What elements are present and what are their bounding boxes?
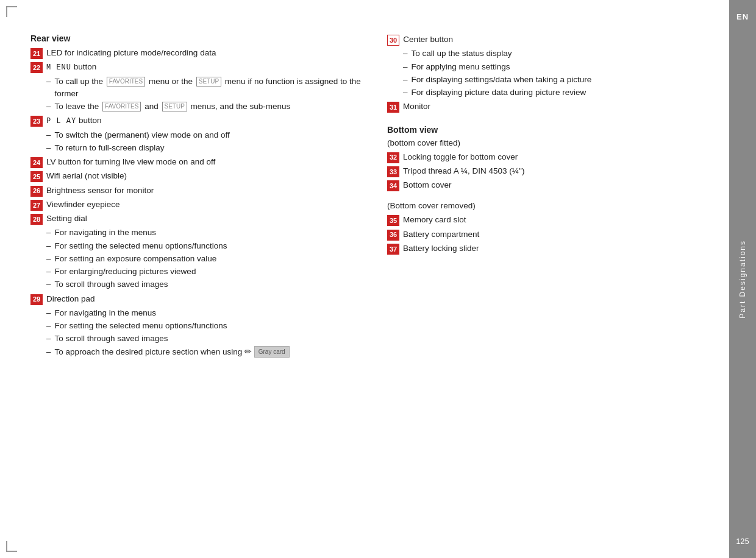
badge-32: 32 [387, 152, 399, 163]
item-29-text: Direction pad [46, 293, 363, 305]
item-34-text: Bottom cover [403, 179, 719, 191]
badge-35: 35 [387, 215, 399, 226]
list-item: 23 P L AY button – To switch the (perman… [30, 115, 363, 154]
sub-item: – For setting the selected menu options/… [46, 320, 363, 332]
list-item: 28 Setting dial – For navigating in the … [30, 213, 363, 291]
dash: – [46, 266, 51, 278]
bottom-section-title: Bottom view [387, 125, 719, 135]
sub-text: For displaying picture data during pictu… [412, 87, 587, 99]
sub-items-23: – To switch the (permanent) view mode on… [46, 129, 363, 155]
dash: – [403, 74, 408, 86]
sub-item: – For setting an exposure compensation v… [46, 253, 363, 265]
dash: – [403, 87, 408, 99]
sub-items-30: – To call up the status display – For ap… [403, 48, 719, 99]
sub-text: To call up the status display [412, 48, 512, 60]
sub-item: – To call up the FAVORITES menu or the S… [46, 76, 363, 101]
page-container: EN Part Designations 125 Rear view 21 LE… [0, 0, 756, 558]
item-32-text: Locking toggle for bottom cover [403, 151, 719, 163]
sub-text: For setting the selected menu options/fu… [55, 320, 227, 332]
main-content: Rear view 21 LED for indicating picture … [30, 34, 719, 524]
sub-item: – For displaying settings/data when taki… [403, 74, 719, 86]
bottom-view-section: Bottom view (bottom cover fitted) 32 Loc… [387, 125, 719, 192]
item-27-text: Viewfinder eyepiece [46, 199, 363, 211]
item-37-text: Battery locking slider [403, 242, 719, 255]
item-28-text: Setting dial [46, 213, 363, 225]
item-21-text: LED for indicating picture mode/recordin… [46, 47, 363, 59]
sub-text: For applying menu settings [412, 61, 510, 73]
badge-22: 22 [30, 62, 43, 73]
sub-text: For setting an exposure compensation val… [55, 253, 217, 265]
item-35-text: Memory card slot [403, 214, 719, 226]
sub-text: To scroll through saved images [55, 278, 168, 291]
sub-item: – To approach the desired picture sectio… [46, 346, 363, 358]
item-31-text: Monitor [403, 101, 719, 113]
list-item: 35 Memory card slot [387, 214, 719, 226]
dash: – [46, 101, 51, 113]
removed-subtitle: (Bottom cover removed) [387, 201, 719, 210]
item-33-text: Tripod thread A ¼, DIN 4503 (¼") [403, 165, 719, 177]
badge-27: 27 [30, 200, 43, 211]
sub-text: To switch the (permanent) view mode on a… [55, 129, 230, 141]
badge-25: 25 [30, 171, 43, 182]
badge-21: 21 [30, 48, 43, 59]
sidebar-lang: EN [736, 12, 749, 21]
left-section-title: Rear view [30, 34, 363, 43]
sub-item: – To call up the status display [403, 48, 719, 60]
dash: – [46, 76, 51, 88]
sub-text: To approach the desired picture section … [55, 346, 290, 358]
item-23-text: P L AY button [46, 115, 363, 127]
dash: – [46, 333, 51, 345]
badge-30: 30 [387, 35, 399, 46]
badge-28: 28 [30, 214, 43, 225]
badge-34: 34 [387, 180, 399, 191]
badge-23: 23 [30, 116, 43, 127]
sidebar-title: Part Designations [738, 240, 747, 319]
sub-text: For displaying settings/data when taking… [412, 74, 592, 86]
setup-badge-2: SETUP [162, 102, 187, 111]
item-36-text: Battery compartment [403, 228, 719, 241]
sub-items-22: – To call up the FAVORITES menu or the S… [46, 76, 363, 113]
list-item: 36 Battery compartment [387, 228, 719, 241]
sub-item: – To return to full-screen display [46, 142, 363, 154]
sub-item: – For displaying picture data during pic… [403, 87, 719, 99]
item-30-block: 30 Center button – To call up the status… [387, 34, 719, 99]
sub-item: – For navigating in the menus [46, 307, 363, 319]
corner-mark-tl [6, 6, 17, 17]
list-item: 34 Bottom cover [387, 179, 719, 191]
spacer [387, 115, 719, 125]
badge-33: 33 [387, 166, 399, 177]
sub-text: To leave the FAVORITES and SETUP menus, … [55, 101, 291, 113]
sub-text: To return to full-screen display [55, 142, 165, 154]
badge-37: 37 [387, 244, 399, 255]
item-22-text: M ENU button [46, 61, 363, 73]
badge-24: 24 [30, 157, 43, 168]
dash: – [46, 320, 51, 332]
list-item: 29 Direction pad – For navigating in the… [30, 293, 363, 358]
list-item: 33 Tripod thread A ¼, DIN 4503 (¼") [387, 165, 719, 177]
list-item: 27 Viewfinder eyepiece [30, 199, 363, 211]
sub-items-29: – For navigating in the menus – For sett… [46, 307, 363, 358]
badge-31: 31 [387, 102, 399, 113]
left-item-list: 21 LED for indicating picture mode/recor… [30, 47, 363, 358]
sub-text: For enlarging/reducing pictures viewed [55, 266, 196, 278]
sub-item: – For enlarging/reducing pictures viewed [46, 266, 363, 278]
sub-text: For setting the selected menu options/fu… [55, 240, 227, 252]
left-column: Rear view 21 LED for indicating picture … [30, 34, 363, 524]
sub-item: – For applying menu settings [403, 61, 719, 73]
sub-items-28: – For navigating in the menus – For sett… [46, 227, 363, 291]
corner-mark-bl [6, 541, 17, 552]
sub-item: – To scroll through saved images [46, 333, 363, 345]
dash: – [46, 307, 51, 319]
dash: – [46, 240, 51, 252]
list-item: 24 LV button for turning live view mode … [30, 156, 363, 168]
list-item: 37 Battery locking slider [387, 242, 719, 255]
sidebar-page: 125 [736, 537, 749, 546]
dash: – [46, 142, 51, 154]
dash: – [46, 346, 51, 358]
badge-26: 26 [30, 186, 43, 197]
badge-29: 29 [30, 294, 43, 305]
removed-section: (Bottom cover removed) 35 Memory card sl… [387, 201, 719, 255]
dash: – [403, 48, 408, 60]
favorites-badge-2: FAVORITES [102, 102, 141, 111]
item-24-text: LV button for turning live view mode on … [46, 156, 363, 168]
